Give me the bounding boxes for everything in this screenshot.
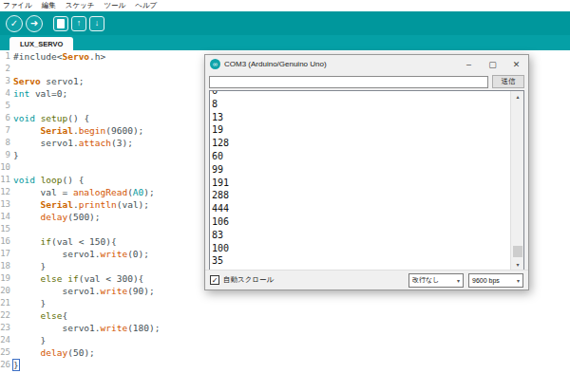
arrow-right-icon: ➜ <box>30 19 38 28</box>
scroll-up-icon[interactable]: ▴ <box>511 91 524 103</box>
line-number: 19 <box>0 272 13 285</box>
check-icon: ✓ <box>10 19 18 28</box>
arrow-up-icon: ↑ <box>77 19 82 28</box>
serial-monitor-titlebar[interactable]: ∞ COM3 (Arduino/Genuino Uno) – ▢ ✕ <box>205 55 528 73</box>
line-number: 10 <box>0 161 13 174</box>
code-text: if(val < 150){ <box>13 235 117 248</box>
open-button[interactable]: ↑ <box>71 16 86 31</box>
arduino-logo-icon: ∞ <box>210 59 220 69</box>
code-text: Serial.println(val); <box>13 198 149 211</box>
code-text: int val=0; <box>13 87 67 100</box>
code-text: delay(50); <box>13 346 95 359</box>
serial-value: 6 <box>212 90 523 98</box>
serial-value: 128 <box>212 137 523 150</box>
code-line[interactable]: 22 else{ <box>0 309 570 322</box>
serial-value: 13 <box>212 111 523 124</box>
code-text: Serial.begin(9600); <box>13 124 143 137</box>
close-button[interactable]: ✕ <box>504 55 528 73</box>
line-number: 15 <box>0 223 13 235</box>
serial-output-values: 68131912860991912884441068310035 <box>210 90 523 268</box>
line-number: 22 <box>0 309 13 322</box>
code-text: else if(val < 300){ <box>13 272 143 285</box>
line-number: 7 <box>0 124 13 137</box>
serial-value: 60 <box>212 150 523 163</box>
arduino-ide-window: ファイル編集スケッチツールヘルプ ✓ ➜ ↑ ↓ LUX_SERVO 1#inc… <box>0 0 570 392</box>
toolbar: ✓ ➜ ↑ ↓ <box>0 11 570 35</box>
send-button-label: 送信 <box>502 77 516 86</box>
chevron-down-icon: ▾ <box>457 277 460 284</box>
menu-item-edit[interactable]: 編集 <box>42 1 56 10</box>
serial-output[interactable]: 68131912860991912884441068310035 ▴ ▾ <box>209 90 524 271</box>
code-text: servo1.attach(3); <box>13 137 133 149</box>
code-text: void setup() { <box>13 112 89 124</box>
arrow-down-icon: ↓ <box>95 19 100 28</box>
serial-input-row: 送信 <box>205 73 528 90</box>
serial-value: 8 <box>212 98 523 111</box>
line-number: 4 <box>0 87 13 100</box>
serial-value: 100 <box>212 242 523 255</box>
minimize-button[interactable]: – <box>457 55 481 73</box>
line-number: 3 <box>0 75 13 87</box>
line-number: 5 <box>0 100 13 112</box>
upload-button[interactable]: ➜ <box>26 15 43 32</box>
line-number: 2 <box>0 63 13 75</box>
code-line[interactable]: 26} <box>0 359 570 371</box>
line-number: 16 <box>0 235 13 248</box>
line-number: 23 <box>0 322 13 334</box>
autoscroll-label: 自動スクロール <box>223 275 274 285</box>
code-text: val = analogRead(A0); <box>13 186 155 198</box>
code-text: } <box>13 359 20 371</box>
line-number: 13 <box>0 198 13 211</box>
serial-value: 99 <box>212 163 523 177</box>
menu-bar: ファイル編集スケッチツールヘルプ <box>0 0 570 11</box>
autoscroll-checkbox[interactable]: ✓ <box>210 275 219 285</box>
code-text: #include<Servo.h> <box>13 50 105 63</box>
menu-item-tools[interactable]: ツール <box>104 1 125 10</box>
code-text: void loop() { <box>13 174 84 186</box>
tab-strip: LUX_SERVO <box>0 35 570 50</box>
code-text: } <box>13 260 46 272</box>
baud-rate-select[interactable]: 9600 bps ▾ <box>468 273 523 288</box>
scrollbar-thumb[interactable] <box>513 246 522 257</box>
serial-value: 444 <box>212 202 523 215</box>
send-button[interactable]: 送信 <box>492 75 524 88</box>
serial-scrollbar[interactable]: ▴ ▾ <box>510 91 523 271</box>
line-number: 14 <box>0 211 13 223</box>
verify-button[interactable]: ✓ <box>6 15 23 32</box>
code-line[interactable]: 25 delay(50); <box>0 346 570 359</box>
code-text: servo1.write(180); <box>13 322 160 334</box>
line-number: 21 <box>0 297 13 309</box>
line-number: 1 <box>0 50 13 63</box>
serial-value: 106 <box>212 215 523 229</box>
save-button[interactable]: ↓ <box>89 16 104 31</box>
chevron-down-icon: ▾ <box>517 277 520 284</box>
line-ending-select[interactable]: 改行なし ▾ <box>408 273 464 288</box>
new-sketch-button[interactable] <box>53 16 68 31</box>
tab-label: LUX_SERVO <box>20 40 63 48</box>
code-line[interactable]: 24 } <box>0 334 570 346</box>
serial-value: 19 <box>212 123 523 137</box>
line-number: 24 <box>0 334 13 346</box>
code-line[interactable]: 21 } <box>0 297 570 309</box>
code-text: delay(500); <box>13 211 101 223</box>
code-text: } <box>13 149 19 161</box>
code-text: Servo servo1; <box>13 75 84 87</box>
baud-rate-value: 9600 bps <box>472 277 500 284</box>
line-number: 20 <box>0 285 13 297</box>
menu-item-file[interactable]: ファイル <box>3 1 32 10</box>
serial-message-input[interactable] <box>209 76 488 88</box>
tab-lux-servo[interactable]: LUX_SERVO <box>10 37 73 50</box>
code-text: else{ <box>13 309 67 322</box>
code-line[interactable]: 23 servo1.write(180); <box>0 322 570 334</box>
maximize-button[interactable]: ▢ <box>481 55 504 73</box>
line-number: 9 <box>0 149 13 161</box>
serial-value: 35 <box>212 254 523 268</box>
line-number: 25 <box>0 346 13 359</box>
menu-item-sketch[interactable]: スケッチ <box>66 1 95 10</box>
code-text: servo1.write(0); <box>13 248 149 260</box>
menu-item-help[interactable]: ヘルプ <box>135 1 157 10</box>
line-number: 11 <box>0 174 13 186</box>
serial-monitor-window: ∞ COM3 (Arduino/Genuino Uno) – ▢ ✕ 送信 68… <box>204 54 529 290</box>
serial-value: 191 <box>212 177 523 190</box>
code-text: servo1.write(90); <box>13 285 155 297</box>
